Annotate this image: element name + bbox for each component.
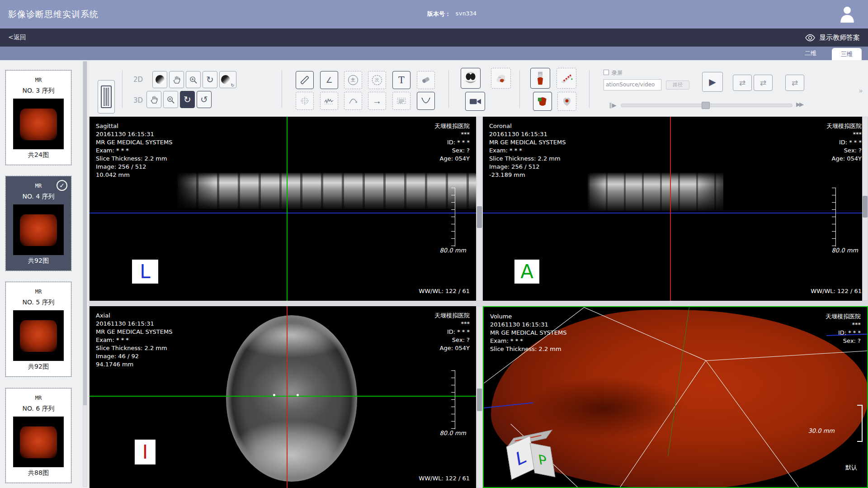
timeline-slider[interactable] [621,104,793,107]
angle-tool-button[interactable]: ∠ [320,71,338,89]
layout-icon [101,85,112,108]
eraser-icon [421,76,431,85]
text-tool-button[interactable]: T [392,71,410,89]
mode-2d-label: 2D [133,76,143,84]
main-point-tool-button[interactable]: 主 [344,71,362,89]
viewport-info-right: 天堰模拟医院 *** ID: * * * Sex: ? [826,313,861,345]
rotate-3d-button[interactable]: ↻ [180,91,195,108]
orientation-marker: L [132,260,158,284]
viewport-axial[interactable]: Axial 20161130 16:15:31 MR GE MEDICAL SY… [90,306,476,488]
pan-2d-button[interactable] [169,71,184,88]
curve-tool-button[interactable] [320,92,338,110]
app-root: 影像诊断思维实训系统 版本号： svn334 <返回 显示教师答案 二维 三维 … [0,0,868,488]
lung-ct-icon [463,71,478,86]
show-teacher-answer-button[interactable]: 显示教师答案 [805,33,860,42]
sidebar-scrollbar-thumb[interactable] [83,62,87,405]
slice-scrollbar-top-right[interactable] [862,117,868,301]
crosshair-sagittal-line[interactable] [670,117,671,301]
series-card-5[interactable]: MR NO. 5 序列 共92图 [5,282,71,377]
user-avatar-icon[interactable] [839,5,855,23]
roi-tool-button[interactable] [296,92,314,110]
crosshair-axial-line[interactable] [90,213,476,213]
reset-wwwl-button[interactable]: ↻ [219,71,236,88]
knee-bone-icon [533,71,547,86]
record-camera-button[interactable] [465,92,485,111]
zoom-3d-button[interactable] [163,91,178,108]
back-button[interactable]: <返回 [8,33,26,42]
toolbar-expander[interactable]: » [859,86,863,95]
scale-ruler [451,370,455,429]
arrow-tool-button[interactable]: → [368,92,386,110]
viewport-volume[interactable]: Volume 20161130 16:15:31 MR GE MEDICAL S… [483,306,868,488]
loop-mode-button[interactable]: ⇄ [733,75,752,91]
eraser-tool-button[interactable] [417,71,435,89]
toolbar-separator [589,70,590,108]
series-card-6[interactable]: MR NO. 6 序列 共88图 [5,388,71,483]
series-thumbnail [13,99,64,149]
roll-3d-button[interactable]: ↺ [197,91,212,108]
angle-icon: ∠ [326,76,332,84]
pan-3d-button[interactable] [146,91,161,108]
layout-button[interactable] [98,80,115,114]
series-name: NO. 6 序列 [6,405,71,413]
swap-icon: ⇄ [792,79,798,87]
series-count: 共92图 [6,363,71,371]
scale-ruler [832,188,836,246]
note-tool-button[interactable] [392,92,410,110]
crosshair-sagittal-line[interactable] [287,306,288,488]
slice-scrollbar-bottom[interactable] [476,306,482,488]
ruler-tool-button[interactable] [296,71,314,89]
arc-icon [348,97,358,105]
app-header: 影像诊断思维实训系统 版本号： svn334 [0,0,868,28]
zoom-2d-button[interactable] [186,71,201,88]
rotate-small-icon: ↻ [231,83,234,88]
orientation-cube[interactable]: L P [507,434,557,483]
reference-dot [297,394,299,396]
timeline-ff-icon[interactable]: ▶▶ [796,101,802,108]
slice-scrollbar-thumb[interactable] [863,196,868,218]
series-modality: MR [6,289,71,295]
rotate-2d-button[interactable]: ↻ [203,71,217,88]
skull-preset-button[interactable] [491,68,511,89]
play-icon: ▶ [709,77,716,86]
series-card-3[interactable]: MR NO. 3 序列 共24图 [5,70,71,165]
roi-rect-icon [300,96,310,106]
model-preset-button[interactable] [533,92,552,111]
crosshair-coronal-line[interactable] [287,117,288,301]
bone-preset-button[interactable] [530,68,550,89]
crosshair-axial-line[interactable] [483,213,868,213]
record-checkbox[interactable] [604,70,609,75]
record-path-input[interactable]: ationSource/video [604,79,661,90]
scale-ruler [451,188,455,246]
viewport-coronal[interactable]: Coronal 20161130 16:15:31 MR GE MEDICAL … [483,117,868,301]
heart-preset-button[interactable] [557,92,576,111]
secondary-point-tool-button[interactable]: 次 [368,71,386,89]
slice-scrollbar-thumb[interactable] [477,389,482,411]
viewport-sagittal[interactable]: Sagittal 20161130 16:15:31 MR GE MEDICAL… [90,117,476,301]
series-thumbnail [13,204,64,255]
toolbar-separator [122,70,123,108]
bounce-mode-button[interactable]: ⇄ [754,75,773,91]
direction-button[interactable]: ⇄ [785,75,804,91]
record-path-button[interactable]: 路径 [666,81,689,90]
play-button[interactable]: ▶ [702,72,723,92]
slice-scrollbar-thumb[interactable] [477,206,482,228]
series-thumbnail [13,310,64,361]
wwwl-2d-button[interactable] [152,71,167,88]
timeline-step-icon[interactable]: ‖▶ [609,102,617,109]
series-card-4[interactable]: ✓ MR NO. 4 序列 共92图 [5,176,71,271]
slice-scrollbar-top[interactable] [476,117,482,301]
segmented-model-icon [536,95,549,108]
arc-tool-button[interactable] [344,92,362,110]
cobb-curve-tool-button[interactable] [417,92,435,110]
spine-preset-button[interactable] [557,68,576,89]
lung-preset-button[interactable] [461,68,481,89]
curve-icon [324,97,335,105]
note-icon [396,97,406,104]
timeline-thumb[interactable] [702,102,710,109]
tab-3d[interactable]: 三维 [832,48,862,60]
parabola-icon [420,96,431,105]
sidebar-scrollbar[interactable] [83,61,87,487]
tab-2d[interactable]: 二维 [796,49,826,60]
crosshair-coronal-line[interactable] [90,396,476,397]
